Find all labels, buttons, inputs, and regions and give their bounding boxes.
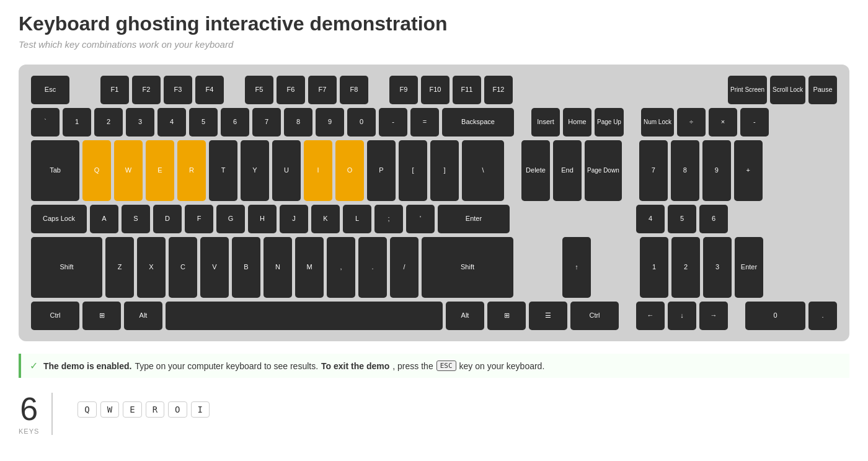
key-8[interactable]: 8 (284, 108, 312, 137)
key-5[interactable]: 5 (189, 108, 218, 137)
key-f3[interactable]: F3 (164, 76, 192, 104)
key-f6[interactable]: F6 (277, 76, 305, 104)
key-i[interactable]: I (304, 140, 332, 201)
key-left-ctrl[interactable]: Ctrl (31, 302, 79, 330)
key-slash[interactable]: / (390, 237, 418, 298)
key-k[interactable]: K (311, 205, 340, 233)
key-left-win[interactable]: ⊞ (82, 302, 121, 330)
key-esc[interactable]: Esc (31, 76, 69, 104)
key-numpad-0[interactable]: 0 (745, 302, 805, 330)
key-1[interactable]: 1 (63, 108, 91, 137)
key-arrow-up[interactable]: ↑ (562, 237, 591, 298)
key-backspace[interactable]: Backspace (442, 108, 514, 137)
key-f12[interactable]: F12 (484, 76, 513, 104)
key-b[interactable]: B (232, 237, 260, 298)
key-arrow-left[interactable]: ← (636, 302, 665, 330)
key-backtick[interactable]: ` (31, 108, 60, 137)
key-2[interactable]: 2 (94, 108, 123, 137)
key-caps-lock[interactable]: Caps Lock (31, 205, 87, 233)
key-lbracket[interactable]: [ (399, 140, 427, 201)
key-comma[interactable]: , (327, 237, 355, 298)
key-right-alt[interactable]: Alt (446, 302, 484, 330)
key-numpad-9[interactable]: 9 (702, 140, 731, 201)
key-f8[interactable]: F8 (340, 76, 368, 104)
key-j[interactable]: J (280, 205, 308, 233)
key-num-lock[interactable]: Num Lock (641, 108, 674, 137)
key-q[interactable]: Q (82, 140, 111, 201)
key-space[interactable] (166, 302, 443, 330)
key-quote[interactable]: ' (406, 205, 435, 233)
key-s[interactable]: S (122, 205, 150, 233)
key-insert[interactable]: Insert (531, 108, 560, 137)
key-right-shift[interactable]: Shift (422, 237, 513, 298)
key-arrow-down[interactable]: ↓ (668, 302, 696, 330)
key-f10[interactable]: F10 (421, 76, 450, 104)
key-h[interactable]: H (248, 205, 277, 233)
key-f11[interactable]: F11 (453, 76, 481, 104)
key-equals[interactable]: = (410, 108, 439, 137)
key-o[interactable]: O (335, 140, 364, 201)
key-g[interactable]: G (216, 205, 245, 233)
key-page-down[interactable]: Page Down (585, 140, 622, 201)
key-numpad-decimal[interactable]: . (808, 302, 837, 330)
key-period[interactable]: . (358, 237, 387, 298)
key-home[interactable]: Home (563, 108, 591, 137)
key-left-shift[interactable]: Shift (31, 237, 102, 298)
key-numpad-7[interactable]: 7 (639, 140, 668, 201)
key-end[interactable]: End (553, 140, 582, 201)
key-minus[interactable]: - (379, 108, 407, 137)
key-numpad-multiply[interactable]: × (709, 108, 737, 137)
key-print-screen[interactable]: Print Screen (728, 76, 767, 104)
key-semicolon[interactable]: ; (374, 205, 403, 233)
key-f5[interactable]: F5 (245, 76, 273, 104)
key-f1[interactable]: F1 (100, 76, 129, 104)
key-f4[interactable]: F4 (195, 76, 224, 104)
key-numpad-8[interactable]: 8 (671, 140, 699, 201)
key-9[interactable]: 9 (316, 108, 344, 137)
key-d[interactable]: D (153, 205, 182, 233)
key-v[interactable]: V (200, 237, 229, 298)
key-0[interactable]: 0 (347, 108, 376, 137)
key-left-alt[interactable]: Alt (124, 302, 162, 330)
key-w[interactable]: W (114, 140, 143, 201)
key-a[interactable]: A (90, 205, 118, 233)
key-4[interactable]: 4 (157, 108, 186, 137)
key-numpad-3[interactable]: 3 (703, 237, 732, 298)
key-numpad-1[interactable]: 1 (640, 237, 668, 298)
key-3[interactable]: 3 (126, 108, 154, 137)
key-rbracket[interactable]: ] (430, 140, 459, 201)
key-numpad-enter[interactable]: Enter (735, 237, 763, 298)
key-delete[interactable]: Delete (521, 140, 550, 201)
key-7[interactable]: 7 (252, 108, 281, 137)
key-n[interactable]: N (264, 237, 292, 298)
key-right-win[interactable]: ⊞ (487, 302, 526, 330)
key-pause[interactable]: Pause (808, 76, 837, 104)
key-x[interactable]: X (137, 237, 166, 298)
key-z[interactable]: Z (105, 237, 134, 298)
key-m[interactable]: M (295, 237, 324, 298)
key-numpad-5[interactable]: 5 (668, 205, 696, 233)
key-t[interactable]: T (209, 140, 237, 201)
key-f9[interactable]: F9 (389, 76, 418, 104)
key-scroll-lock[interactable]: Scroll Lock (770, 76, 805, 104)
key-6[interactable]: 6 (221, 108, 249, 137)
key-numpad-6[interactable]: 6 (699, 205, 728, 233)
key-backslash[interactable]: \ (462, 140, 504, 201)
key-f2[interactable]: F2 (132, 76, 161, 104)
key-p[interactable]: P (367, 140, 396, 201)
key-r[interactable]: R (177, 140, 206, 201)
key-y[interactable]: Y (241, 140, 269, 201)
key-tab[interactable]: Tab (31, 140, 79, 201)
key-f[interactable]: F (185, 205, 213, 233)
key-u[interactable]: U (272, 140, 301, 201)
key-page-up[interactable]: Page Up (595, 108, 624, 137)
key-right-ctrl[interactable]: Ctrl (570, 302, 619, 330)
key-c[interactable]: C (169, 237, 197, 298)
key-menu[interactable]: ☰ (529, 302, 567, 330)
key-l[interactable]: L (343, 205, 371, 233)
key-numpad-plus[interactable]: + (734, 140, 763, 201)
key-arrow-right[interactable]: → (699, 302, 728, 330)
key-numpad-divide[interactable]: ÷ (677, 108, 706, 137)
key-enter[interactable]: Enter (438, 205, 510, 233)
key-numpad-2[interactable]: 2 (671, 237, 700, 298)
